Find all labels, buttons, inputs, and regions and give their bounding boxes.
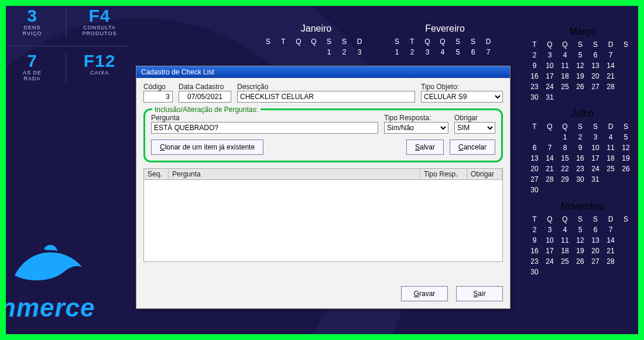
fkey-row-2: 7 AS DE RADA F12 CAIXA [6,51,129,91]
dolphin-icon [12,240,88,287]
fkey-label-1: CAIXA [79,70,120,76]
pergunta-group: Inclusão/Alteração de Perguntas: Pergunt… [143,108,503,162]
month-name: Julho [527,108,638,119]
sair-button[interactable]: Sair [456,286,503,301]
col-tiporesp[interactable]: Tipo Resp. [420,169,467,179]
fkey-tile[interactable]: F4 CONSULTA PRODUTOS [73,6,126,40]
fkey-big: 3 [12,7,53,25]
calendar-right-column: Março TQQSSDS234567910111213141617181920… [527,26,638,277]
brand-text: nmerce [6,293,95,322]
dialog-title: Cadastro de Check List [141,68,214,76]
col-obrigar[interactable]: Obrigar [467,169,502,179]
calendar-block-janeiro: Janeiro STQQSSD123 [261,23,372,57]
fkey-big: 7 [12,52,53,70]
calendar-block-julho: Julho TQQSSDS123456789101112131415161718… [527,108,638,195]
data-input[interactable] [179,91,231,103]
month-name: Fevereiro [389,23,501,34]
calendar-table: TQQSSDS234567910111213141617181920212324… [527,214,633,277]
gravar-button[interactable]: Gravar [401,286,448,301]
fkey-label-2: PRODUTOS [79,30,120,36]
calendar-block-marco: Março TQQSSDS234567910111213141617181920… [527,26,638,103]
checklist-dialog: Cadastro de Check List Código Data Cadas… [136,66,511,309]
group-legend: Inclusão/Alteração de Perguntas: [152,106,261,114]
header-row: Código Data Cadastro Descrição Tipo Obje… [143,83,503,103]
descricao-input[interactable] [237,91,415,103]
fkey-separator [6,46,129,46]
clone-button[interactable]: Clonar de um item já existente [151,140,263,155]
month-name: Março [527,26,638,37]
fkey-big: F4 [79,7,120,25]
obrigar-label: Obrigar [454,114,495,122]
month-name: Janeiro [261,23,372,34]
pergunta-label: Pergunta [151,114,378,122]
pergunta-input[interactable] [151,122,378,134]
fkey-label-2: RADA [12,76,53,81]
perguntas-grid[interactable]: Seq. Pergunta Tipo Resp. Obrigar [143,168,503,262]
tipo-resposta-select[interactable]: Sim/Não [384,122,448,134]
codigo-label: Código [143,83,173,91]
calendar-block-novembro: Novembro TQQSSDS234567910111213141617181… [527,201,638,277]
fkey-big: F12 [79,52,120,70]
fkey-label-1: CONSULTA [79,25,120,30]
month-name: Novembro [527,201,638,212]
app-background: 3 DENS RVIÇO F4 CONSULTA PRODUTOS 7 AS D… [6,6,638,334]
obrigar-select[interactable]: SIM [454,122,495,134]
calendar-table: TQQSSDS234567910111213141617181920212324… [527,39,633,103]
data-label: Data Cadastro [179,83,231,91]
col-seq[interactable]: Seq. [144,169,169,179]
calendar-table: TQQSSDS123456789101112131415161718192021… [527,121,633,195]
fkey-divider [66,8,66,38]
col-pergunta[interactable]: Pergunta [169,169,420,179]
tipo-resposta-label: Tipo Resposta: [384,114,448,122]
dialog-bottom-actions: Gravar Sair [401,286,503,301]
fkey-tile[interactable]: 3 DENS RVIÇO [6,6,59,40]
calendar-table: STQQSSD1234567 [389,36,496,57]
fkey-panel: 3 DENS RVIÇO F4 CONSULTA PRODUTOS 7 AS D… [6,6,129,91]
fkey-tile[interactable]: 7 AS DE RADA [6,51,59,85]
fkey-label-1: AS DE [12,70,53,76]
tipo-objeto-select[interactable]: CELULAR S9 [421,91,503,103]
fkey-divider [66,53,66,83]
tipo-objeto-label: Tipo Objeto: [421,83,503,91]
dialog-body: Código Data Cadastro Descrição Tipo Obje… [136,78,510,268]
grid-header: Seq. Pergunta Tipo Resp. Obrigar [144,169,502,180]
fkey-row-1: 3 DENS RVIÇO F4 CONSULTA PRODUTOS [6,6,129,46]
cancelar-button[interactable]: Cancelar [450,140,495,155]
salvar-button[interactable]: Salvar [406,140,444,155]
descricao-label: Descrição [237,83,415,91]
dialog-titlebar[interactable]: Cadastro de Check List [136,66,510,78]
calendar-block-fevereiro: Fevereiro STQQSSD1234567 [389,23,501,57]
calendar-table: STQQSSD123 [261,36,367,57]
codigo-input[interactable] [143,91,173,103]
fkey-label-2: RVIÇO [12,30,53,36]
fkey-tile[interactable]: F12 CAIXA [73,51,126,85]
fkey-label-1: DENS [12,25,53,30]
